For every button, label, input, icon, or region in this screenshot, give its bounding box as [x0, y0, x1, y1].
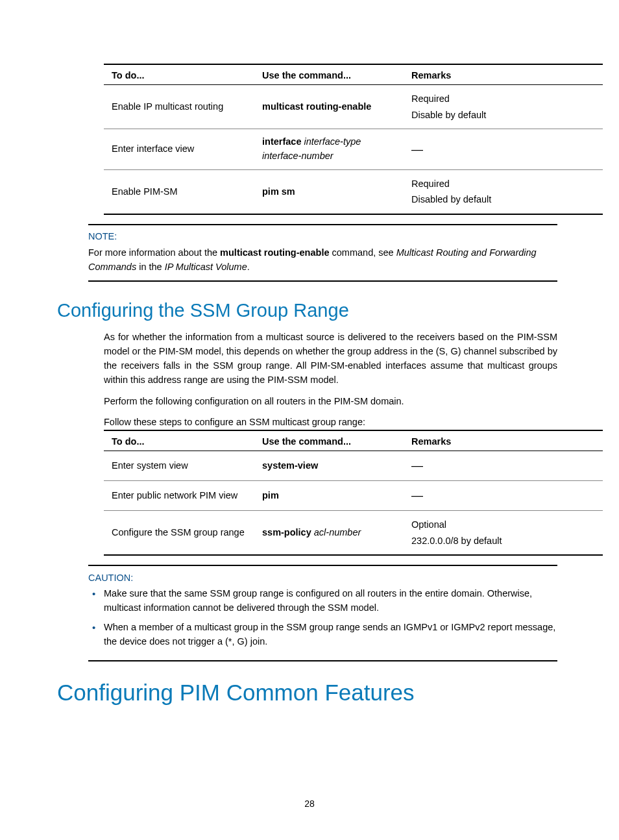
note-box: NOTE: For more information about the mul…: [88, 224, 557, 282]
cell-cmd: ssm-policy acl-number: [254, 511, 404, 555]
page-number: 28: [0, 798, 619, 809]
cell-todo: Enable IP multicast routing: [104, 85, 254, 129]
heading-ssm-group-range: Configuring the SSM Group Range: [57, 300, 557, 321]
table: To do... Use the command... Remarks Enab…: [104, 65, 603, 214]
col-todo: To do...: [104, 65, 254, 85]
table-row: Enter interface view interface interface…: [104, 129, 603, 170]
cell-remarks: —: [404, 481, 603, 511]
cell-cmd: system-view: [254, 451, 404, 481]
col-cmd: Use the command...: [254, 431, 404, 451]
heading-pim-common-features: Configuring PIM Common Features: [57, 680, 557, 706]
table-row: Enter public network PIM view pim —: [104, 481, 603, 511]
note-label: NOTE:: [88, 230, 557, 244]
cell-cmd: interface interface-type interface-numbe…: [254, 129, 404, 170]
cell-cmd: pim sm: [254, 169, 404, 214]
paragraph: Follow these steps to configure an SSM m…: [104, 417, 557, 427]
table-row: Enable IP multicast routing multicast ro…: [104, 85, 603, 129]
cell-remarks: Required Disabled by default: [404, 169, 603, 214]
cell-todo: Enter system view: [104, 451, 254, 481]
cell-remarks: —: [404, 451, 603, 481]
caution-box: CAUTION: Make sure that the same SSM gro…: [88, 565, 557, 661]
table-enable-pim: To do... Use the command... Remarks Enab…: [104, 64, 603, 215]
cell-todo: Enable PIM-SM: [104, 169, 254, 214]
table-row: Enable PIM-SM pim sm Required Disabled b…: [104, 169, 603, 214]
table-row: Enter system view system-view —: [104, 451, 603, 481]
col-remarks: Remarks: [404, 65, 603, 85]
caution-label: CAUTION:: [88, 573, 557, 583]
cell-todo: Configure the SSM group range: [104, 511, 254, 555]
col-cmd: Use the command...: [254, 65, 404, 85]
cell-remarks: Required Disable by default: [404, 85, 603, 129]
paragraph: Perform the following configuration on a…: [104, 395, 557, 409]
table: To do... Use the command... Remarks Ente…: [104, 431, 603, 554]
note-text: For more information about the multicast…: [88, 246, 557, 275]
table-row: Configure the SSM group range ssm-policy…: [104, 511, 603, 555]
cell-todo: Enter public network PIM view: [104, 481, 254, 511]
cell-cmd: multicast routing-enable: [254, 85, 404, 129]
list-item: Make sure that the same SSM group range …: [88, 587, 557, 615]
cell-remarks: —: [404, 129, 603, 170]
caution-list: Make sure that the same SSM group range …: [88, 587, 557, 649]
cell-cmd: pim: [254, 481, 404, 511]
col-todo: To do...: [104, 431, 254, 451]
cell-remarks: Optional 232.0.0.0/8 by default: [404, 511, 603, 555]
table-ssm-range: To do... Use the command... Remarks Ente…: [104, 430, 603, 556]
cell-todo: Enter interface view: [104, 129, 254, 170]
col-remarks: Remarks: [404, 431, 603, 451]
list-item: When a member of a multicast group in th…: [88, 621, 557, 649]
paragraph: As for whether the information from a mu…: [104, 330, 557, 387]
